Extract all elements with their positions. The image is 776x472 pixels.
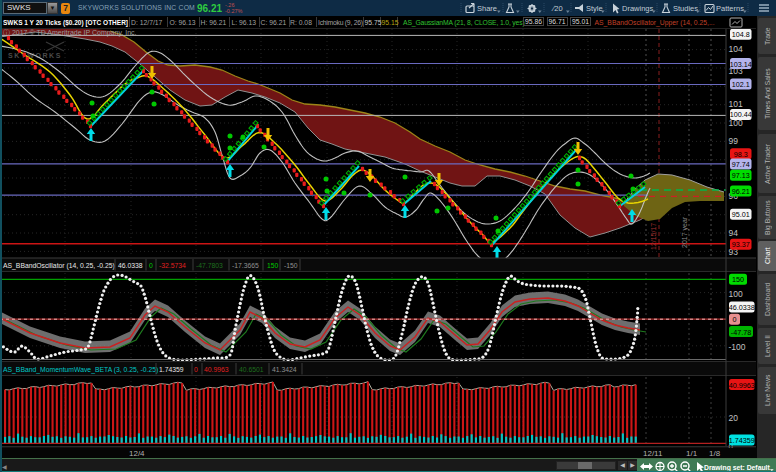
svg-text:20: 20 — [729, 413, 739, 423]
svg-text:-17.3665: -17.3665 — [232, 262, 259, 269]
svg-text:40.9963: 40.9963 — [204, 366, 229, 373]
svg-text:100: 100 — [729, 289, 743, 299]
svg-text:∕20: ∕20 — [551, 4, 563, 13]
svg-text:-32.5734: -32.5734 — [159, 262, 186, 269]
svg-text:40.6501: 40.6501 — [239, 366, 264, 373]
svg-text:96.21: 96.21 — [732, 187, 750, 196]
svg-text:-47.78: -47.78 — [731, 328, 751, 337]
svg-text:94: 94 — [729, 228, 739, 238]
svg-text:-100: -100 — [729, 342, 746, 352]
svg-text:Studies: Studies — [673, 4, 698, 13]
svg-text:97.13: 97.13 — [732, 171, 750, 180]
svg-text:101: 101 — [729, 99, 743, 109]
svg-text:46.0338: 46.0338 — [118, 262, 143, 269]
svg-text:1.74359: 1.74359 — [159, 366, 184, 373]
svg-text:Drawings: Drawings — [622, 4, 654, 13]
svg-text:150: 150 — [267, 262, 279, 269]
svg-text:-150: -150 — [284, 262, 298, 269]
svg-text:97.74: 97.74 — [732, 160, 750, 169]
svg-text:Share: Share — [477, 4, 497, 13]
svg-text:12/15/17: 12/15/17 — [650, 223, 657, 250]
svg-text:41.3424: 41.3424 — [272, 366, 297, 373]
svg-text:-47.7803: -47.7803 — [196, 262, 223, 269]
svg-text:104.8: 104.8 — [732, 30, 750, 39]
svg-text:102.1: 102.1 — [732, 80, 750, 89]
svg-text:98.3: 98.3 — [734, 150, 748, 159]
svg-text:99: 99 — [729, 136, 739, 146]
svg-text:93.37: 93.37 — [732, 240, 750, 249]
svg-text:95.01: 95.01 — [732, 210, 750, 219]
svg-text:150: 150 — [732, 275, 744, 284]
svg-text:104: 104 — [729, 44, 743, 54]
svg-text:1.74359: 1.74359 — [729, 436, 755, 445]
svg-text:100.44: 100.44 — [730, 110, 752, 119]
svg-text:46.0338: 46.0338 — [729, 303, 755, 312]
svg-text:40.9963: 40.9963 — [729, 381, 755, 390]
svg-text:0: 0 — [194, 366, 198, 373]
svg-text:103.14: 103.14 — [730, 60, 752, 69]
svg-text:AS_BBand_MomentumWave_BETA (3,: AS_BBand_MomentumWave_BETA (3, 0.25, -0.… — [3, 366, 158, 374]
svg-text:0: 0 — [733, 315, 737, 324]
svg-text:2017 year: 2017 year — [681, 216, 689, 248]
svg-text:AS_BBandOscillator (14, 0.25,: AS_BBandOscillator (14, 0.25, -0.25) — [3, 262, 115, 270]
svg-text:Patterns: Patterns — [716, 4, 744, 13]
svg-text:0: 0 — [149, 262, 153, 269]
svg-text:Style: Style — [586, 4, 603, 13]
